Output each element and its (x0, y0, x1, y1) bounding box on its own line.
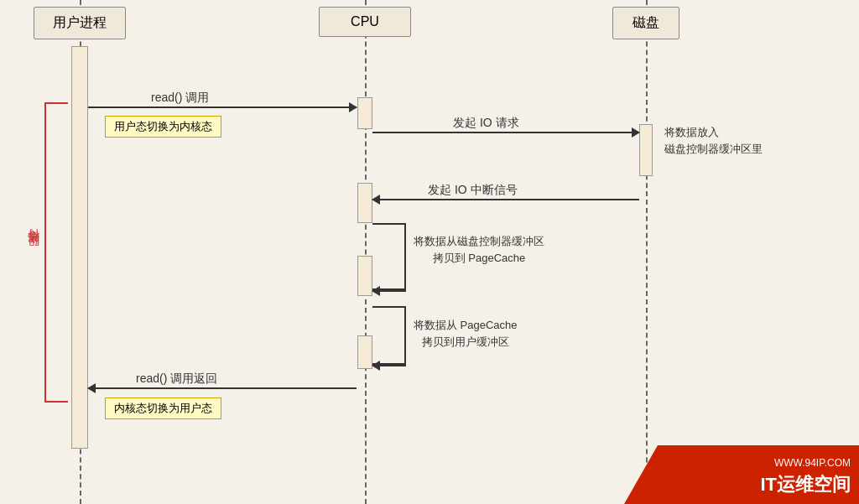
io-interrupt-arrow (372, 199, 639, 200)
cpu-activation-4 (357, 335, 372, 369)
watermark-url: WWW.94IP.COM (774, 457, 851, 469)
blocking-label: 阻塞等待 (25, 201, 40, 302)
actor-user-process: 用户进程 (34, 7, 126, 39)
io-request-arrow (372, 132, 639, 133)
disk-activation (639, 124, 653, 176)
actor-cpu: CPU (319, 7, 411, 37)
kernel-to-user-note: 内核态切换为用户态 (105, 397, 221, 419)
copy-cache-user-label: 将数据从 PageCache 拷贝到用户缓冲区 (414, 317, 518, 350)
cpu-activation-2 (357, 183, 372, 223)
watermark-brand: IT运维空间 (760, 473, 851, 497)
user-activation (71, 46, 88, 449)
read-call-arrow (88, 107, 357, 108)
cpu-lifeline (365, 0, 367, 504)
disk-lifeline (646, 0, 648, 504)
copy-user-arrow (372, 365, 406, 366)
user-to-kernel-note: 用户态切换为内核态 (105, 116, 221, 138)
blocking-bracket (44, 102, 68, 403)
cpu-activation-1 (357, 97, 372, 129)
io-interrupt-label: 发起 IO 中断信号 (428, 183, 518, 198)
read-return-arrow (88, 387, 357, 389)
actor-disk: 磁盘 (612, 7, 679, 39)
copy-user-bracket (372, 306, 406, 365)
put-data-disk-label: 将数据放入 磁盘控制器缓冲区里 (664, 124, 763, 157)
io-request-label: 发起 IO 请求 (453, 116, 519, 131)
diagram-container: 用户进程 CPU 磁盘 read() 调用 发起 IO 请求 发起 IO 中断信… (0, 0, 859, 504)
cpu-activation-3 (357, 256, 372, 296)
read-return-label: read() 调用返回 (136, 372, 217, 387)
copy-disk-bracket (372, 223, 406, 290)
copy-pagecache-arrow (372, 290, 406, 292)
read-call-label: read() 调用 (151, 91, 209, 106)
copy-disk-cache-label: 将数据从磁盘控制器缓冲区 拷贝到 PageCache (414, 233, 544, 266)
